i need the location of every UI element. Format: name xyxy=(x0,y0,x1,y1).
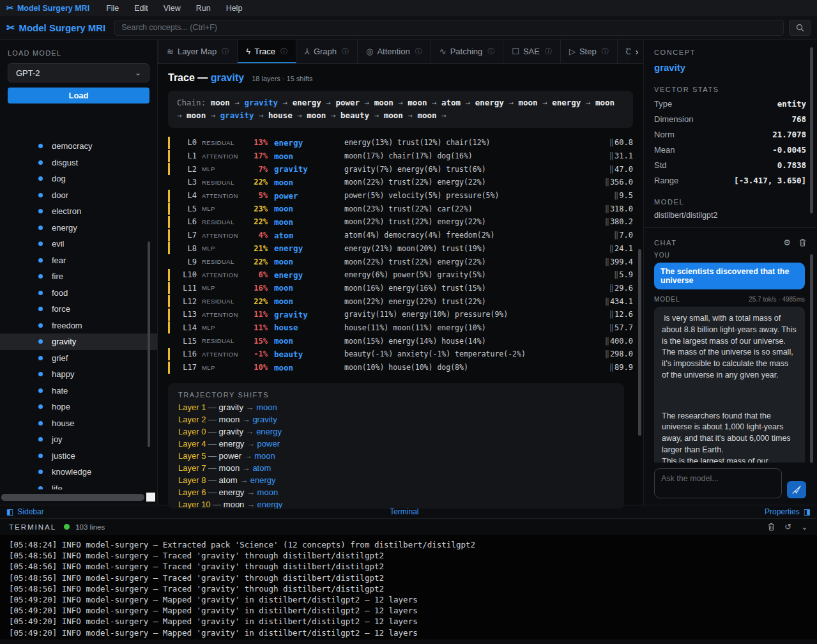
sidebar-item-dog[interactable]: dog xyxy=(0,171,157,187)
tab-layer-map[interactable]: ≋Layer Mapⓘ xyxy=(158,40,238,63)
trace-row-l8[interactable]: L8MLP21%energyenergy(21%) moon(20%) trus… xyxy=(168,242,633,256)
trace-row-l3[interactable]: L3RESIDUAL22%moonmoon(22%) trust(22%) en… xyxy=(168,176,633,189)
chat-input-placeholder: Ask the model... xyxy=(661,474,719,483)
menu-item-run[interactable]: Run xyxy=(196,4,211,13)
sidebar-item-joy[interactable]: joy xyxy=(0,431,157,448)
trash-icon[interactable] xyxy=(768,523,775,531)
stat-row-type: Typeentity xyxy=(654,99,806,109)
gear-icon[interactable]: ⚙ xyxy=(783,238,791,247)
trace-row-l10[interactable]: L10ATTENTION6%energyenergy(6%) power(5%)… xyxy=(168,268,633,282)
sidebar-horizontal-scrollbar[interactable] xyxy=(1,494,144,501)
menu-item-view[interactable]: View xyxy=(164,4,181,13)
terminal-horizontal-scrollbar[interactable] xyxy=(0,640,817,643)
layer-label: L7 xyxy=(178,231,197,240)
shift-item-layer-4[interactable]: Layer 4 — energy → power xyxy=(178,440,614,448)
trace-row-l4[interactable]: L4ATTENTION5%powerpower(5%) velocity(5%)… xyxy=(168,189,633,203)
model-select[interactable]: GPT-2 ⌄ xyxy=(8,63,149,82)
sidebar-item-knowledge[interactable]: knowledge xyxy=(0,464,157,480)
sidebar-item-gravity[interactable]: gravity xyxy=(0,334,157,350)
trace-row-l11[interactable]: L11MLP16%moonmoon(16%) energy(16%) trust… xyxy=(168,282,633,295)
menu-item-file[interactable]: File xyxy=(106,4,119,13)
shift-item-layer-8[interactable]: Layer 8 — atom → energy xyxy=(178,476,614,484)
chain-word: gravity xyxy=(215,111,254,120)
sidebar-item-life[interactable]: life xyxy=(0,480,157,490)
search-button[interactable] xyxy=(789,20,811,36)
trace-row-l6[interactable]: L6RESIDUAL22%moonmoon(22%) trust(22%) en… xyxy=(168,215,633,229)
norm-value: ‖29.6 xyxy=(609,284,633,293)
sidebar-item-energy[interactable]: energy xyxy=(0,220,157,236)
concept-bullet-icon xyxy=(38,274,43,279)
chevron-down-icon[interactable]: ⌄ xyxy=(801,522,808,532)
sidebar-vertical-scrollbar[interactable] xyxy=(148,241,150,447)
trace-row-l12[interactable]: L12RESIDUAL22%moonmoon(22%) energy(22%) … xyxy=(168,295,633,308)
sidebar-item-electron[interactable]: electron xyxy=(0,203,157,220)
sidebar-item-fear[interactable]: fear xyxy=(0,252,157,269)
menu-item-help[interactable]: Help xyxy=(226,4,243,13)
top-concept: moon xyxy=(274,296,344,306)
sidebar-item-democracy[interactable]: democracy xyxy=(0,144,157,155)
trace-row-l15[interactable]: L15RESIDUAL15%moonmoon(15%) energy(14%) … xyxy=(168,334,633,348)
trace-row-l13[interactable]: L13ATTENTION11%gravitygravity(11%) energ… xyxy=(168,308,633,321)
shift-item-layer-0[interactable]: Layer 0 — gravity → energy xyxy=(178,427,614,436)
trace-row-l5[interactable]: L5MLP23%moonmoon(23%) trust(22%) car(22%… xyxy=(168,202,633,215)
norm-number: 29.6 xyxy=(615,284,633,293)
trace-row-l17[interactable]: L17MLP10%moonmoon(10%) house(10%) dog(8%… xyxy=(168,361,633,374)
shift-item-layer-2[interactable]: Layer 2 — moon → gravity xyxy=(178,415,614,424)
sidebar-item-grief[interactable]: grief xyxy=(0,350,157,367)
norm-number: 7.0 xyxy=(619,231,633,240)
trace-row-l9[interactable]: L9RESIDUAL22%moonmoon(22%) trust(22%) en… xyxy=(168,255,633,268)
trace-row-l7[interactable]: L7ATTENTION4%atomatom(4%) democracy(4%) … xyxy=(168,229,633,242)
norm-number: 318.0 xyxy=(610,204,633,213)
sidebar-item-door[interactable]: door xyxy=(0,187,157,204)
shift-item-layer-1[interactable]: Layer 1 — gravity → moon xyxy=(178,403,614,411)
tab-trace[interactable]: ϟTraceⓘ xyxy=(238,40,296,63)
sidebar-item-force[interactable]: force xyxy=(0,301,157,318)
sidebar-item-happy[interactable]: happy xyxy=(0,366,157,383)
norm-number: 434.1 xyxy=(610,297,633,306)
search-input[interactable]: Search concepts... (Ctrl+F) xyxy=(114,20,784,36)
statusbar-properties-toggle[interactable]: Properties ◨ xyxy=(765,507,811,516)
component-type: MLP xyxy=(202,165,242,172)
trash-icon[interactable] xyxy=(799,238,806,247)
concept-section-scrollbar[interactable] xyxy=(810,47,813,213)
sidebar-item-justice[interactable]: justice xyxy=(0,448,157,464)
tab-sae[interactable]: ☐SAEⓘ xyxy=(503,40,561,63)
sidebar-item-disgust[interactable]: disgust xyxy=(0,155,157,171)
sidebar-item-house[interactable]: house xyxy=(0,415,157,432)
trajectory-shifts-box: TRAJECTORY SHIFTS Layer 1 — gravity → mo… xyxy=(168,383,624,509)
sidebar-item-hate[interactable]: hate xyxy=(0,383,157,399)
sidebar-item-fire[interactable]: fire xyxy=(0,268,157,285)
sidebar-item-hope[interactable]: hope xyxy=(0,399,157,415)
tab-step[interactable]: ▷Stepⓘ xyxy=(561,40,618,63)
tab-patching[interactable]: ∿Patchingⓘ xyxy=(431,40,504,63)
top-concept: atom xyxy=(274,231,344,240)
layer-label: L16 xyxy=(178,349,197,358)
main-vertical-scrollbar[interactable] xyxy=(638,249,641,436)
refresh-icon[interactable]: ↺ xyxy=(784,522,791,532)
sidebar-scroll-corner[interactable] xyxy=(146,493,155,502)
chat-input[interactable]: Ask the model... xyxy=(654,468,782,498)
match-percent: 16% xyxy=(242,284,268,293)
tab-graph[interactable]: ⅄Graphⓘ xyxy=(296,40,358,63)
tab-attention[interactable]: ◎Attentionⓘ xyxy=(358,40,431,63)
statusbar-sidebar-toggle[interactable]: ◧ Sidebar xyxy=(6,507,44,516)
chat-scrollbar[interactable] xyxy=(810,254,813,463)
tab-overflow-button[interactable]: › xyxy=(630,40,643,63)
shift-marker-bar xyxy=(168,309,170,321)
trace-row-l14[interactable]: L14MLP11%househouse(11%) moon(11%) energ… xyxy=(168,321,633,335)
shift-item-layer-10[interactable]: Layer 10 — moon → energy xyxy=(178,500,614,509)
top-concept: moon xyxy=(274,151,344,161)
shift-item-layer-7[interactable]: Layer 7 — moon → atom xyxy=(178,464,614,472)
load-button[interactable]: Load xyxy=(8,88,149,103)
trace-row-l16[interactable]: L16ATTENTION-1%beautybeauty(-1%) anxiety… xyxy=(168,348,633,361)
shift-item-layer-5[interactable]: Layer 5 — power → moon xyxy=(178,452,614,460)
trace-row-l0[interactable]: L0RESIDUAL13%energyenergy(13%) trust(12%… xyxy=(168,136,633,150)
shift-item-layer-6[interactable]: Layer 6 — energy → moon xyxy=(178,488,614,496)
sidebar-item-freedom[interactable]: freedom xyxy=(0,318,157,334)
menu-item-edit[interactable]: Edit xyxy=(134,4,148,13)
send-button[interactable] xyxy=(787,481,806,498)
sidebar-item-evil[interactable]: evil xyxy=(0,236,157,252)
sidebar-item-food[interactable]: food xyxy=(0,285,157,302)
trace-row-l1[interactable]: L1ATTENTION17%moonmoon(17%) chair(17%) d… xyxy=(168,150,633,163)
trace-row-l2[interactable]: L2MLP7%gravitygravity(7%) energy(6%) tru… xyxy=(168,162,633,176)
